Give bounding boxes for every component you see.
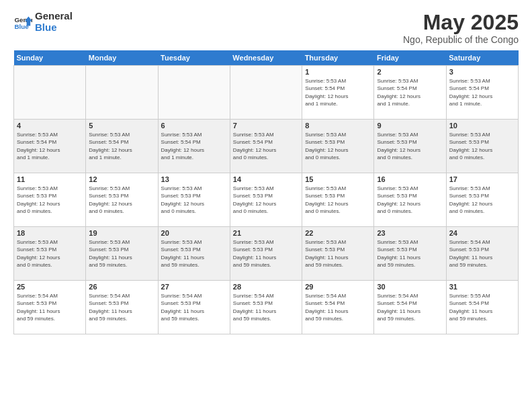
day-header-sunday: Sunday xyxy=(14,50,86,66)
day-number: 30 xyxy=(377,283,443,291)
day-number: 29 xyxy=(305,283,371,291)
day-info: Sunrise: 5:53 AM Sunset: 5:53 PM Dayligh… xyxy=(377,185,443,215)
day-number: 12 xyxy=(89,175,154,183)
day-number: 31 xyxy=(449,283,515,291)
calendar-cell: 14Sunrise: 5:53 AM Sunset: 5:53 PM Dayli… xyxy=(230,173,302,227)
header-row: SundayMondayTuesdayWednesdayThursdayFrid… xyxy=(14,50,519,66)
day-header-thursday: Thursday xyxy=(302,50,374,66)
day-number: 27 xyxy=(161,283,227,291)
calendar-cell: 24Sunrise: 5:54 AM Sunset: 5:53 PM Dayli… xyxy=(446,227,518,281)
calendar-cell: 8Sunrise: 5:53 AM Sunset: 5:53 PM Daylig… xyxy=(302,120,374,173)
week-row-5: 25Sunrise: 5:54 AM Sunset: 5:53 PM Dayli… xyxy=(14,281,519,334)
calendar-cell: 25Sunrise: 5:54 AM Sunset: 5:53 PM Dayli… xyxy=(14,281,86,334)
week-row-1: 1Sunrise: 5:53 AM Sunset: 5:54 PM Daylig… xyxy=(14,66,519,120)
day-number: 10 xyxy=(449,122,515,130)
week-row-2: 4Sunrise: 5:53 AM Sunset: 5:54 PM Daylig… xyxy=(14,120,519,173)
day-number: 14 xyxy=(233,175,299,183)
calendar-cell xyxy=(86,66,158,120)
day-number: 2 xyxy=(377,68,443,76)
day-number: 4 xyxy=(17,122,83,130)
calendar-cell: 4Sunrise: 5:53 AM Sunset: 5:54 PM Daylig… xyxy=(14,120,86,173)
calendar-cell: 22Sunrise: 5:53 AM Sunset: 5:53 PM Dayli… xyxy=(302,227,374,281)
day-number: 19 xyxy=(89,229,154,237)
day-info: Sunrise: 5:53 AM Sunset: 5:53 PM Dayligh… xyxy=(449,131,515,161)
day-number: 1 xyxy=(305,68,371,76)
calendar-cell: 6Sunrise: 5:53 AM Sunset: 5:54 PM Daylig… xyxy=(158,120,230,173)
day-info: Sunrise: 5:53 AM Sunset: 5:53 PM Dayligh… xyxy=(233,238,299,269)
day-number: 13 xyxy=(161,175,227,183)
day-info: Sunrise: 5:53 AM Sunset: 5:53 PM Dayligh… xyxy=(161,238,227,269)
day-info: Sunrise: 5:53 AM Sunset: 5:53 PM Dayligh… xyxy=(449,185,515,215)
calendar-cell: 5Sunrise: 5:53 AM Sunset: 5:54 PM Daylig… xyxy=(86,120,158,173)
day-number: 21 xyxy=(233,229,299,237)
day-info: Sunrise: 5:53 AM Sunset: 5:53 PM Dayligh… xyxy=(161,185,227,215)
logo-icon: General Blue xyxy=(13,13,32,32)
day-number: 20 xyxy=(161,229,227,237)
day-number: 17 xyxy=(449,175,515,183)
day-number: 11 xyxy=(17,175,83,183)
day-number: 5 xyxy=(89,122,154,130)
week-row-3: 11Sunrise: 5:53 AM Sunset: 5:53 PM Dayli… xyxy=(14,173,519,227)
day-info: Sunrise: 5:54 AM Sunset: 5:53 PM Dayligh… xyxy=(89,292,154,322)
day-info: Sunrise: 5:53 AM Sunset: 5:53 PM Dayligh… xyxy=(305,185,371,215)
day-number: 23 xyxy=(377,229,443,237)
day-header-monday: Monday xyxy=(86,50,158,66)
day-header-wednesday: Wednesday xyxy=(230,50,302,66)
day-number: 18 xyxy=(17,229,83,237)
calendar-cell: 27Sunrise: 5:54 AM Sunset: 5:53 PM Dayli… xyxy=(158,281,230,334)
day-info: Sunrise: 5:53 AM Sunset: 5:53 PM Dayligh… xyxy=(89,185,154,215)
calendar-table: SundayMondayTuesdayWednesdayThursdayFrid… xyxy=(13,50,519,334)
calendar-cell: 12Sunrise: 5:53 AM Sunset: 5:53 PM Dayli… xyxy=(86,173,158,227)
day-info: Sunrise: 5:53 AM Sunset: 5:54 PM Dayligh… xyxy=(161,131,227,161)
calendar-cell: 31Sunrise: 5:55 AM Sunset: 5:54 PM Dayli… xyxy=(446,281,518,334)
day-number: 15 xyxy=(305,175,371,183)
day-info: Sunrise: 5:53 AM Sunset: 5:53 PM Dayligh… xyxy=(17,238,83,269)
day-info: Sunrise: 5:53 AM Sunset: 5:54 PM Dayligh… xyxy=(17,131,83,161)
calendar-cell: 13Sunrise: 5:53 AM Sunset: 5:53 PM Dayli… xyxy=(158,173,230,227)
calendar-cell: 10Sunrise: 5:53 AM Sunset: 5:53 PM Dayli… xyxy=(446,120,518,173)
day-info: Sunrise: 5:54 AM Sunset: 5:53 PM Dayligh… xyxy=(17,292,83,322)
day-info: Sunrise: 5:54 AM Sunset: 5:54 PM Dayligh… xyxy=(377,292,443,322)
calendar-cell: 19Sunrise: 5:53 AM Sunset: 5:53 PM Dayli… xyxy=(86,227,158,281)
day-header-friday: Friday xyxy=(374,50,446,66)
day-info: Sunrise: 5:53 AM Sunset: 5:54 PM Dayligh… xyxy=(89,131,154,161)
calendar-cell: 15Sunrise: 5:53 AM Sunset: 5:53 PM Dayli… xyxy=(302,173,374,227)
day-number: 25 xyxy=(17,283,83,291)
calendar-cell: 11Sunrise: 5:53 AM Sunset: 5:53 PM Dayli… xyxy=(14,173,86,227)
day-number: 7 xyxy=(233,122,299,130)
day-number: 16 xyxy=(377,175,443,183)
calendar-cell: 30Sunrise: 5:54 AM Sunset: 5:54 PM Dayli… xyxy=(374,281,446,334)
day-info: Sunrise: 5:54 AM Sunset: 5:53 PM Dayligh… xyxy=(161,292,227,322)
day-number: 9 xyxy=(377,122,443,130)
logo-general: General xyxy=(35,11,73,22)
calendar-cell xyxy=(14,66,86,120)
calendar-cell xyxy=(230,66,302,120)
page: General Blue General Blue May 2025 Ngo, … xyxy=(0,0,532,411)
logo-blue: Blue xyxy=(35,22,73,34)
calendar-cell: 26Sunrise: 5:54 AM Sunset: 5:53 PM Dayli… xyxy=(86,281,158,334)
calendar-cell: 20Sunrise: 5:53 AM Sunset: 5:53 PM Dayli… xyxy=(158,227,230,281)
day-info: Sunrise: 5:53 AM Sunset: 5:53 PM Dayligh… xyxy=(305,238,371,269)
day-number: 6 xyxy=(161,122,227,130)
day-info: Sunrise: 5:53 AM Sunset: 5:53 PM Dayligh… xyxy=(89,238,154,269)
day-info: Sunrise: 5:53 AM Sunset: 5:53 PM Dayligh… xyxy=(17,185,83,215)
day-number: 24 xyxy=(449,229,515,237)
day-header-saturday: Saturday xyxy=(446,50,518,66)
week-row-4: 18Sunrise: 5:53 AM Sunset: 5:53 PM Dayli… xyxy=(14,227,519,281)
calendar-cell: 18Sunrise: 5:53 AM Sunset: 5:53 PM Dayli… xyxy=(14,227,86,281)
calendar-cell xyxy=(158,66,230,120)
calendar-cell: 17Sunrise: 5:53 AM Sunset: 5:53 PM Dayli… xyxy=(446,173,518,227)
calendar-cell: 1Sunrise: 5:53 AM Sunset: 5:54 PM Daylig… xyxy=(302,66,374,120)
day-header-tuesday: Tuesday xyxy=(158,50,230,66)
calendar-cell: 7Sunrise: 5:53 AM Sunset: 5:54 PM Daylig… xyxy=(230,120,302,173)
title-block: May 2025 Ngo, Republic of the Congo xyxy=(403,11,519,45)
day-info: Sunrise: 5:53 AM Sunset: 5:54 PM Dayligh… xyxy=(305,77,371,107)
day-info: Sunrise: 5:54 AM Sunset: 5:54 PM Dayligh… xyxy=(305,292,371,322)
day-info: Sunrise: 5:54 AM Sunset: 5:53 PM Dayligh… xyxy=(233,292,299,322)
day-info: Sunrise: 5:55 AM Sunset: 5:54 PM Dayligh… xyxy=(449,292,515,322)
calendar-cell: 29Sunrise: 5:54 AM Sunset: 5:54 PM Dayli… xyxy=(302,281,374,334)
day-number: 8 xyxy=(305,122,371,130)
header: General Blue General Blue May 2025 Ngo, … xyxy=(13,11,519,45)
calendar-cell: 9Sunrise: 5:53 AM Sunset: 5:53 PM Daylig… xyxy=(374,120,446,173)
day-info: Sunrise: 5:53 AM Sunset: 5:53 PM Dayligh… xyxy=(233,185,299,215)
